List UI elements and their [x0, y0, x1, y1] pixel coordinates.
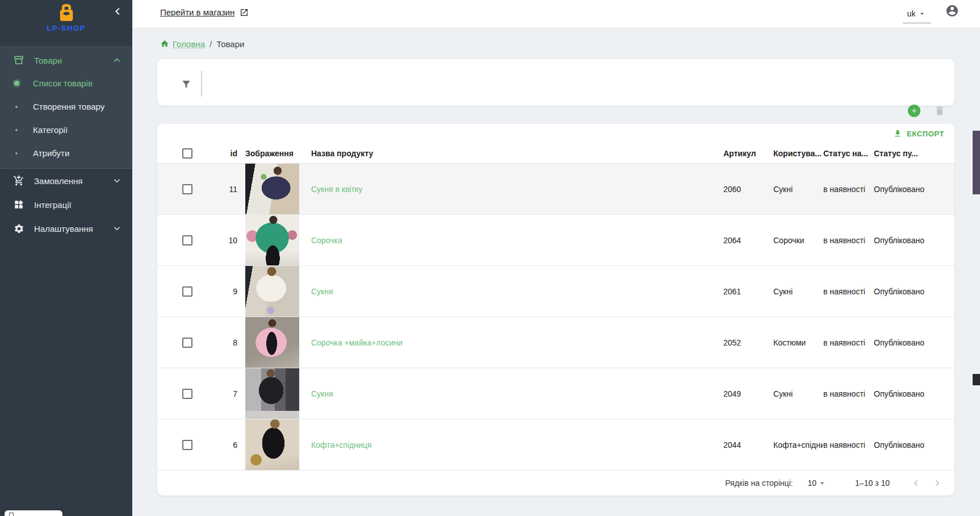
go-to-store-link[interactable]: Перейти в магазин	[160, 7, 249, 17]
table-row[interactable]: 6 Кофта+спідниця 2044 Кофта+спідниц в на…	[157, 419, 954, 471]
product-stock-status: в наявності	[823, 419, 874, 470]
sidebar-item-product-list[interactable]: Список товарів	[0, 72, 132, 95]
trash-icon	[934, 105, 945, 116]
product-name-link[interactable]: Кофта+спідниця	[311, 440, 371, 450]
product-name-link[interactable]: Сукня	[311, 287, 333, 296]
product-user-category: Сукні	[773, 266, 823, 317]
next-page-button[interactable]	[931, 476, 944, 490]
products-box-icon	[12, 55, 25, 66]
breadcrumb-current: Товари	[216, 39, 244, 49]
go-to-store-label: Перейти в магазин	[160, 7, 234, 17]
product-sku: 2052	[723, 317, 773, 368]
sidebar-group-products: Товари Список товарів Створення товару К…	[0, 47, 132, 169]
sidebar-item-label: Замовлення	[34, 176, 112, 186]
download-icon	[893, 129, 902, 138]
table-row[interactable]: 8 Сорочка +майка+лосини 2052 Костюми в н…	[157, 317, 954, 368]
rows-per-page-select[interactable]: 10	[808, 478, 827, 488]
language-select[interactable]: uk	[903, 5, 931, 23]
row-checkbox[interactable]	[182, 184, 192, 194]
row-checkbox[interactable]	[182, 338, 192, 348]
product-stock-status: в наявності	[823, 317, 874, 368]
orders-cart-icon	[12, 175, 25, 186]
sidebar-item-orders[interactable]: Замовлення	[0, 169, 132, 193]
column-header-stock-status: Статус на...	[823, 149, 874, 158]
logo-text: LP-SHOP	[47, 24, 85, 32]
settings-gear-icon	[12, 223, 25, 234]
product-photo[interactable]	[245, 164, 299, 214]
bullet-dot-icon	[12, 152, 20, 155]
column-header-image: Зображення	[240, 149, 299, 158]
bullet-dot-icon	[12, 129, 20, 131]
table-body: 11 Сукня в квітку 2060 Сукні в наявності…	[157, 164, 954, 471]
product-id: 7	[208, 368, 240, 419]
previous-page-button[interactable]	[909, 476, 923, 490]
product-photo[interactable]	[245, 368, 299, 419]
product-stock-status: в наявності	[823, 368, 874, 419]
product-name-link[interactable]: Сукня	[311, 389, 333, 398]
select-all-checkbox[interactable]	[182, 148, 192, 159]
row-checkbox[interactable]	[182, 235, 192, 245]
table-row[interactable]: 11 Сукня в квітку 2060 Сукні в наявності…	[157, 164, 954, 215]
sidebar-item-products[interactable]: Товари	[0, 49, 132, 72]
row-checkbox[interactable]	[182, 389, 192, 399]
row-checkbox[interactable]	[182, 286, 192, 297]
language-value: uk	[907, 9, 916, 18]
sidebar: LP-SHOP Товари Список товарів Ст	[0, 0, 132, 516]
background-window-strip	[973, 28, 980, 516]
breadcrumb-home-link[interactable]: Головна	[160, 39, 205, 49]
sidebar-item-product-create[interactable]: Створення товару	[0, 95, 132, 118]
rows-per-page-label: Рядків на сторінці:	[725, 478, 793, 488]
product-stock-status: в наявності	[823, 215, 874, 265]
sidebar-subitem-label: Список товарів	[33, 78, 93, 88]
product-id: 8	[208, 317, 240, 368]
sidebar-item-categories[interactable]: Категорії	[0, 118, 132, 142]
sidebar-item-attributes[interactable]: Атрибути	[0, 142, 132, 165]
product-photo[interactable]	[245, 266, 299, 317]
chevron-left-icon	[910, 477, 922, 489]
filter-button[interactable]	[179, 77, 194, 91]
product-sku: 2044	[723, 419, 773, 470]
product-name-link[interactable]: Сорочка +майка+лосини	[311, 338, 403, 347]
column-header-publish-status: Статус пу...	[874, 149, 954, 158]
external-link-icon	[240, 8, 249, 17]
product-publish-status: Опубліковано	[874, 164, 954, 214]
sidebar-logo-block: LP-SHOP	[0, 0, 132, 47]
sidebar-subitem-label: Категорії	[33, 125, 68, 135]
product-photo[interactable]	[245, 215, 299, 265]
product-name-link[interactable]: Сорочка	[311, 236, 342, 245]
export-button[interactable]: ЕКСПОРТ	[893, 129, 944, 138]
product-publish-status: Опубліковано	[874, 317, 954, 368]
sidebar-item-integrations[interactable]: Інтеграції	[0, 193, 132, 217]
product-name-link[interactable]: Сукня в квітку	[311, 185, 362, 194]
table-row[interactable]: 7 Сукня 2049 Сукні в наявності Опубліков…	[157, 368, 954, 419]
breadcrumb-separator: /	[210, 39, 212, 49]
sidebar-item-label: Товари	[34, 56, 112, 65]
product-id: 10	[208, 215, 240, 265]
pagination-range-label: 1–10 з 10	[855, 478, 890, 488]
product-id: 11	[208, 164, 240, 214]
product-photo[interactable]	[245, 317, 299, 368]
add-product-button[interactable]	[908, 105, 920, 117]
sidebar-collapse-button[interactable]	[111, 5, 124, 18]
product-id: 9	[208, 266, 240, 317]
shopping-bag-logo-icon	[57, 3, 76, 23]
column-header-id: id	[208, 149, 240, 158]
table-row[interactable]: 9 Сукня 2061 Сукні в наявності Опубліков…	[157, 266, 954, 317]
table-header-row: id Зображення Назва продукту Артикул Кор…	[157, 143, 954, 164]
integrations-widgets-icon	[12, 199, 25, 210]
sidebar-item-settings[interactable]: Налаштування	[0, 217, 132, 240]
sidebar-subitem-label: Атрибути	[33, 148, 69, 158]
export-label: ЕКСПОРТ	[907, 130, 944, 138]
account-avatar-icon	[945, 4, 959, 18]
filter-funnel-icon	[181, 79, 191, 89]
table-row[interactable]: 10 Сорочка 2064 Сорочки в наявності Опуб…	[157, 215, 954, 266]
account-menu-button[interactable]	[945, 4, 959, 18]
product-photo[interactable]	[245, 419, 299, 470]
delete-selected-button[interactable]	[934, 105, 945, 116]
home-icon	[160, 39, 169, 48]
column-header-sku: Артикул	[723, 149, 773, 158]
row-checkbox[interactable]	[182, 440, 192, 450]
active-dot-icon	[12, 81, 20, 86]
chevron-up-icon	[112, 55, 122, 65]
sidebar-item-label: Налаштування	[34, 224, 112, 234]
